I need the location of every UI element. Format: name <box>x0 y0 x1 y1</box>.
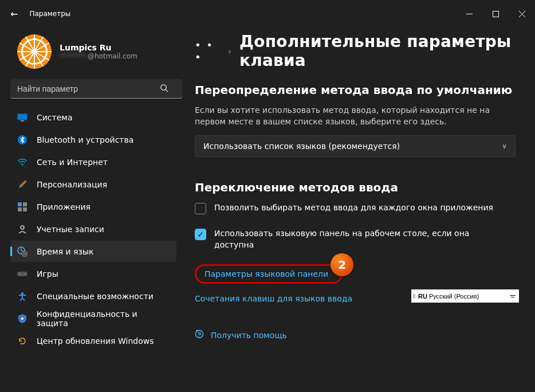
section-heading-override: Переопределение метода ввода по умолчани… <box>195 83 521 98</box>
nav-label: Система <box>37 113 72 122</box>
chevron-right-icon: › <box>228 46 231 57</box>
breadcrumb-overflow[interactable]: • • • <box>195 39 220 63</box>
svg-point-21 <box>21 317 23 320</box>
language-bar-options-link[interactable]: Параметры языковой панели <box>204 269 328 279</box>
maximize-button[interactable] <box>482 5 509 23</box>
desktop-langbar-label: Использовать языковую панель на рабочем … <box>214 228 504 250</box>
svg-rect-6 <box>18 113 27 120</box>
back-button[interactable]: ← <box>10 9 18 19</box>
breadcrumb: • • • › Дополнительные параметры клавиа <box>195 32 521 70</box>
nav-label: Bluetooth и устройства <box>37 135 133 144</box>
brush-icon <box>17 179 27 190</box>
sidebar-item-bluetooth[interactable]: Bluetooth и устройства <box>10 129 176 150</box>
page-title: Дополнительные параметры клавиа <box>239 32 521 70</box>
per-window-ime-label: Позволить выбирать метод ввода для каждо… <box>214 202 493 214</box>
svg-rect-13 <box>23 207 27 211</box>
apps-icon <box>17 202 27 212</box>
sidebar-item-network[interactable]: Сеть и Интернет <box>10 151 176 173</box>
desktop-langbar-checkbox[interactable] <box>195 229 206 240</box>
desktop-language-bar[interactable]: RUРусский (Россия) <box>411 289 519 303</box>
default-input-method-dropdown[interactable]: Использовать список языков (рекомендуетс… <box>195 135 516 157</box>
svg-rect-7 <box>21 120 24 121</box>
section-desc-override: Если вы хотите использовать метод ввода,… <box>195 105 504 127</box>
window-title: Параметры <box>29 10 70 18</box>
system-icon <box>17 112 27 123</box>
svg-rect-1 <box>493 11 498 17</box>
langbar-minimize-icon[interactable] <box>509 295 517 297</box>
sidebar-item-time-language[interactable]: Время и язык <box>10 241 176 262</box>
title-bar: ← Параметры <box>0 0 535 28</box>
content-area: • • • › Дополнительные параметры клавиа … <box>183 28 535 392</box>
gamepad-icon <box>17 269 27 279</box>
chevron-down-icon: ∨ <box>502 142 507 150</box>
update-icon <box>17 336 27 346</box>
sidebar-item-windows-update[interactable]: Центр обновления Windows <box>10 330 176 351</box>
nav-label: Сеть и Интернет <box>37 158 108 167</box>
profile-email: ********@hotmail.com <box>60 52 137 60</box>
langbar-grip-icon[interactable] <box>412 294 416 298</box>
accessibility-icon <box>17 291 27 301</box>
svg-point-4 <box>161 85 166 90</box>
profile-name: Lumpics Ru <box>60 43 137 52</box>
svg-point-24 <box>199 336 199 337</box>
svg-point-9 <box>22 165 23 166</box>
svg-point-23 <box>196 330 198 332</box>
avatar <box>17 34 52 69</box>
nav-label: Центр обновления Windows <box>37 336 154 346</box>
svg-line-5 <box>166 89 168 92</box>
langbar-text[interactable]: RUРусский (Россия) <box>418 293 506 300</box>
clock-globe-icon <box>17 246 27 257</box>
svg-point-18 <box>19 273 21 274</box>
help-icon <box>195 330 204 341</box>
search-input[interactable] <box>10 79 182 99</box>
annotation-highlight: Параметры языковой панели 2 <box>195 264 343 284</box>
sidebar-item-privacy[interactable]: Конфиденциальность и защита <box>10 308 176 329</box>
nav-list: Система Bluetooth и устройства Сеть и Ин… <box>10 107 176 352</box>
svg-rect-10 <box>18 202 22 206</box>
sidebar-item-personalization[interactable]: Персонализация <box>10 174 176 195</box>
nav-label: Конфиденциальность и защита <box>37 309 170 328</box>
dropdown-value: Использовать список языков (рекомендуетс… <box>203 142 400 151</box>
sidebar-item-gaming[interactable]: Игры <box>10 263 176 284</box>
nav-label: Учетные записи <box>37 225 104 234</box>
get-help-link[interactable]: Получить помощь <box>211 331 287 340</box>
bluetooth-icon <box>17 135 27 145</box>
sidebar: Lumpics Ru ********@hotmail.com Система … <box>0 28 183 392</box>
nav-label: Специальные возможности <box>37 292 154 301</box>
svg-rect-17 <box>17 272 27 276</box>
nav-label: Персонализация <box>37 180 107 189</box>
profile-block[interactable]: Lumpics Ru ********@hotmail.com <box>17 34 176 69</box>
svg-point-19 <box>24 273 25 274</box>
wifi-icon <box>17 157 27 167</box>
sidebar-item-accessibility[interactable]: Специальные возможности <box>10 285 176 307</box>
minimize-button[interactable] <box>456 5 482 23</box>
nav-label: Приложения <box>37 202 91 211</box>
svg-rect-12 <box>18 207 22 211</box>
sidebar-item-apps[interactable]: Приложения <box>10 196 176 217</box>
sidebar-item-accounts[interactable]: Учетные записи <box>10 218 176 240</box>
close-button[interactable] <box>509 5 535 23</box>
sidebar-item-system[interactable]: Система <box>10 107 176 128</box>
annotation-badge: 2 <box>331 253 353 276</box>
account-icon <box>17 224 27 234</box>
svg-point-14 <box>21 226 24 229</box>
per-window-ime-checkbox[interactable] <box>195 203 206 214</box>
svg-point-20 <box>21 292 23 295</box>
nav-label: Игры <box>37 269 58 279</box>
shield-icon <box>17 313 27 324</box>
svg-rect-11 <box>23 202 27 206</box>
section-heading-switching: Переключение методов ввода <box>195 180 521 195</box>
nav-label: Время и язык <box>37 247 93 256</box>
search-icon <box>160 84 168 94</box>
